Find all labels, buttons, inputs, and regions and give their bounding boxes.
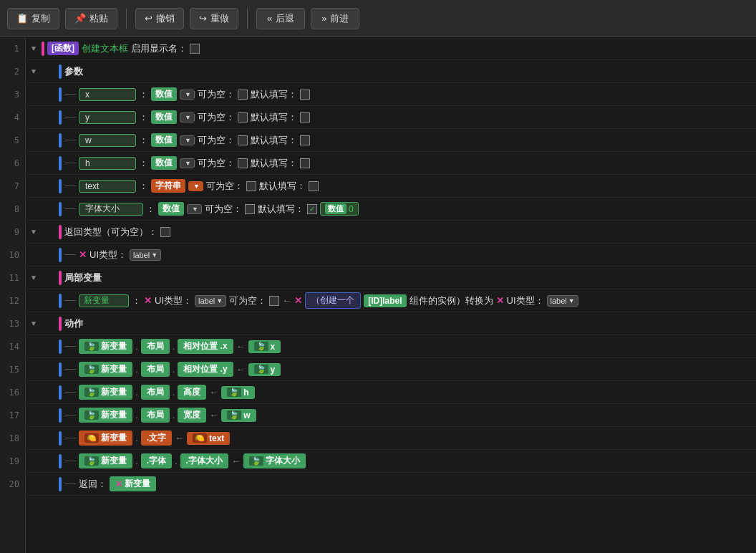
action-layout-17: 布局 [141, 408, 170, 423]
ui-type-return-label: UI类型： [89, 249, 127, 261]
ui-type-return-dropdown[interactable]: label [130, 249, 161, 261]
line-7: 7 [0, 175, 25, 198]
paste-icon: 📌 [74, 13, 86, 24]
action-newvar-14: 🍃 新变量 [79, 339, 132, 354]
enable-display-checkbox[interactable] [190, 44, 200, 54]
line-18: 18 [0, 427, 25, 450]
num-dropdown-w[interactable] [180, 135, 195, 145]
action-text-prop: .文字 [141, 431, 172, 446]
nullable-cb-fontsize[interactable] [245, 204, 255, 214]
code-row-7: ： 字符串 可为空： 默认填写： [26, 175, 756, 198]
num-chip-x: 数值 [151, 87, 177, 101]
num-dropdown-fontsize[interactable] [187, 204, 202, 214]
paste-button[interactable]: 📌 粘贴 [65, 8, 117, 29]
line-11: 11 [0, 266, 25, 289]
colon-sep3: ： [139, 88, 148, 101]
code-row-5: ： 数值 可为空： 默认填写： [26, 129, 756, 152]
redo-icon: ↪ [199, 13, 207, 24]
code-row-14: 🍃 新变量 . 布局 . 相对位置 .x ← 🍃 x [26, 335, 756, 358]
action-newvar-19: 🍃 新变量 [79, 453, 132, 468]
num-dropdown-x[interactable] [180, 90, 195, 100]
action-relpos-y: 相对位置 .y [178, 362, 233, 377]
code-row-6: ： 数值 可为空： 默认填写： [26, 152, 756, 175]
line-5: 5 [0, 129, 25, 152]
code-row-9: 返回类型（可为空）： [26, 221, 756, 244]
forward-button[interactable]: » 前进 [311, 8, 359, 29]
action-relpos-x: 相对位置 .x [178, 339, 233, 354]
return-nullable-cb[interactable] [160, 227, 170, 237]
back-button[interactable]: « 后退 [256, 8, 305, 29]
copy-icon: 📋 [16, 13, 28, 24]
line-14: 14 [0, 335, 25, 358]
code-row-17: 🍃 新变量 . 布局 . 宽度 ← 🍃 w [26, 404, 756, 427]
default-cb-text[interactable] [309, 181, 319, 191]
code-row-20: 返回： ✕ 新变量 [26, 473, 756, 496]
toggle-row13[interactable] [29, 319, 39, 329]
new-var-field[interactable] [79, 294, 129, 307]
toggle-row9[interactable] [29, 227, 39, 237]
default-cb-h[interactable] [300, 158, 310, 168]
actions-label: 动作 [64, 317, 83, 330]
nullable-cb-h[interactable] [238, 158, 248, 168]
action-fontsize-param: 🍃 字体大小 [243, 453, 306, 468]
undo-icon: ↩ [145, 13, 152, 24]
param-y-field[interactable] [79, 111, 136, 124]
line-8: 8 [0, 198, 25, 221]
action-w-param: 🍃 w [221, 409, 256, 422]
param-x-field[interactable] [79, 88, 136, 101]
default-cb-x[interactable] [300, 90, 310, 100]
action-layout-16: 布局 [141, 385, 170, 400]
copy-button[interactable]: 📋 复制 [7, 8, 59, 29]
param-h-field[interactable] [79, 157, 136, 170]
var-nullable-cb[interactable] [269, 296, 279, 306]
nullable-cb-x[interactable] [238, 90, 248, 100]
param-fontsize-field[interactable] [79, 203, 143, 216]
bar-row3 [59, 87, 62, 102]
undo-button[interactable]: ↩ 撤销 [135, 8, 184, 29]
ui-type-var-dropdown[interactable]: label [195, 295, 226, 307]
code-row-3: ： 数值 可为空： 默认填写： [26, 83, 756, 106]
ui-type2-dropdown[interactable]: label [547, 295, 578, 307]
line-6: 6 [0, 152, 25, 175]
default-cb-fontsize[interactable] [307, 204, 317, 214]
nullable-cb-w[interactable] [238, 135, 248, 145]
num-chip-w: 数值 [151, 133, 177, 147]
x-return-type: ✕ [79, 249, 87, 260]
forward-icon: » [321, 13, 326, 24]
redo-button[interactable]: ↪ 重做 [190, 8, 238, 29]
line-numbers: 1 2 3 4 5 6 7 8 9 10 11 12 13 14 15 16 1… [0, 37, 26, 553]
toggle-row11[interactable] [29, 273, 39, 283]
line-20: 20 [0, 473, 25, 496]
x-var-type: ✕ [144, 295, 152, 306]
ui-type-var-label: UI类型： [155, 294, 192, 307]
ui-type2-label: UI类型： [507, 294, 544, 307]
param-w-field[interactable] [79, 134, 136, 147]
line-12: 12 [0, 289, 25, 312]
param-text-field[interactable] [79, 180, 136, 193]
action-return-var: ✕ 新变量 [110, 476, 156, 491]
toggle-row1[interactable] [29, 44, 39, 54]
default-cb-y[interactable] [300, 112, 310, 122]
default-label-x: 默认填写： [251, 88, 297, 101]
nullable-cb-text[interactable] [246, 181, 256, 191]
num-dropdown-y[interactable] [180, 112, 195, 122]
nullable-cb-y[interactable] [238, 112, 248, 122]
x-create-instance: ✕ [294, 295, 302, 306]
toggle-row2[interactable] [29, 67, 39, 77]
default-val-fontsize: 数值 0 [320, 202, 359, 216]
action-fontsize-prop: .字体大小 [180, 453, 228, 468]
back-icon: « [267, 13, 272, 24]
main-area: 1 2 3 4 5 6 7 8 9 10 11 12 13 14 15 16 1… [0, 37, 756, 553]
nullable-label-x: 可为空： [198, 88, 235, 101]
num-dropdown-h[interactable] [180, 158, 195, 168]
create-instance-label: （创建一个 [305, 292, 361, 309]
line-1: 1 [0, 37, 25, 60]
code-row-19: 🍃 新变量 . .字体 . .字体大小 ← 🍃 字体大小 [26, 450, 756, 473]
action-font: .字体 [141, 453, 172, 468]
default-cb-w[interactable] [300, 135, 310, 145]
bar-row9 [59, 225, 62, 239]
line-9: 9 [0, 221, 25, 244]
code-row-15: 🍃 新变量 . 布局 . 相对位置 .y ← 🍃 y [26, 358, 756, 381]
str-dropdown-text[interactable] [188, 181, 203, 191]
return-type-label: 返回类型（可为空）： [64, 226, 158, 239]
